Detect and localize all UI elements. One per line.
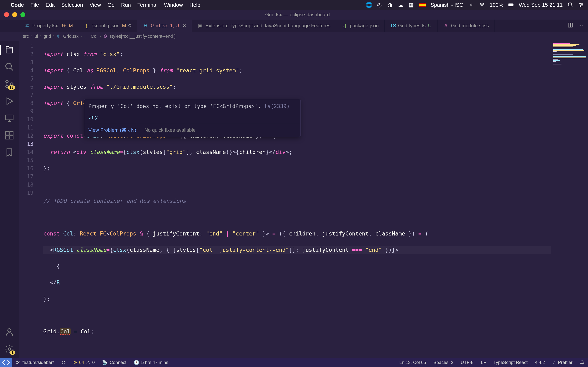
spotlight-icon[interactable] xyxy=(568,2,573,8)
eol[interactable]: LF xyxy=(477,360,490,365)
source-control-icon[interactable]: 13 xyxy=(4,79,14,89)
tray-icon-3[interactable]: ☁ xyxy=(398,2,404,8)
remote-indicator[interactable] xyxy=(0,358,12,367)
wifi-icon[interactable] xyxy=(479,2,485,8)
bluetooth-icon[interactable]: ⌖ xyxy=(468,2,474,8)
svg-point-10 xyxy=(580,6,581,7)
tab-label: Grid.tsx xyxy=(151,23,168,29)
svg-point-28 xyxy=(17,363,17,364)
tab-label: Extension: TypeScript and JavaScript Lan… xyxy=(205,23,330,29)
close-window-button[interactable] xyxy=(4,12,9,17)
ac-globe-icon[interactable]: 🌐 xyxy=(366,2,372,8)
tab-property[interactable]: ⚛ Property.tsx 9+, M xyxy=(19,20,79,32)
window-title: Grid.tsx — eclipse-dashboard xyxy=(265,12,330,17)
svg-point-25 xyxy=(8,329,11,332)
tab-package[interactable]: {} package.json xyxy=(336,20,384,32)
menu-go[interactable]: Go xyxy=(108,2,115,8)
react-file-icon: ⚛ xyxy=(25,23,30,28)
tab-close-button[interactable]: × xyxy=(183,22,186,29)
explorer-icon[interactable] xyxy=(4,45,14,55)
tab-label: package.json xyxy=(350,23,379,29)
menu-run[interactable]: Run xyxy=(121,2,131,8)
ts-file-icon: TS xyxy=(390,23,396,28)
svg-rect-24 xyxy=(10,136,13,139)
menu-window[interactable]: Window xyxy=(164,2,183,8)
battery-icon[interactable] xyxy=(508,2,514,8)
tab-grid-types[interactable]: TS Grid.types.ts U xyxy=(385,20,438,32)
bookmarks-icon[interactable] xyxy=(4,148,14,157)
menu-terminal[interactable]: Terminal xyxy=(138,2,157,8)
remote-explorer-icon[interactable] xyxy=(4,113,14,123)
svg-rect-21 xyxy=(6,132,9,135)
zoom-window-button[interactable] xyxy=(20,12,25,17)
more-actions-icon[interactable]: ⋯ xyxy=(578,23,583,29)
json-file-icon: {} xyxy=(342,23,347,28)
settings-gear-icon[interactable]: 1 xyxy=(4,344,14,354)
indentation[interactable]: Spaces: 2 xyxy=(430,360,457,365)
git-sync[interactable] xyxy=(58,360,70,365)
tray-icon-4[interactable]: ▦ xyxy=(408,2,414,8)
encoding[interactable]: UTF-8 xyxy=(457,360,477,365)
problem-hover-tooltip: Property 'Col' does not exist on type 'F… xyxy=(84,99,301,137)
breadcrumb-item[interactable]: src xyxy=(23,34,29,39)
app-name[interactable]: Code xyxy=(11,2,24,8)
split-editor-icon[interactable] xyxy=(568,22,573,29)
react-file-icon: ⚛ xyxy=(57,34,61,39)
search-icon[interactable] xyxy=(4,62,14,72)
svg-point-26 xyxy=(8,348,11,350)
tab-label: Grid.module.scss xyxy=(451,23,489,29)
breadcrumb-item[interactable]: Col xyxy=(91,34,97,39)
branch-icon xyxy=(16,360,20,365)
tray-icon-1[interactable]: ◎ xyxy=(377,2,382,8)
prettier-indicator[interactable]: ✓ Prettier xyxy=(549,360,576,365)
accounts-icon[interactable] xyxy=(4,327,14,337)
breadcrumb-item[interactable]: Grid.tsx xyxy=(63,34,79,39)
run-debug-icon[interactable] xyxy=(4,96,14,106)
activity-bar: 13 1 xyxy=(0,41,19,358)
minimize-window-button[interactable] xyxy=(12,12,17,17)
svg-rect-23 xyxy=(6,136,9,139)
menu-view[interactable]: View xyxy=(90,2,101,8)
tab-tsconfig[interactable]: {} tsconfig.json M xyxy=(79,20,137,32)
menu-file[interactable]: File xyxy=(30,2,39,8)
git-branch[interactable]: feature/sidebar* xyxy=(12,360,58,365)
breadcrumb-item[interactable]: ui xyxy=(35,34,38,39)
breadcrumb[interactable]: src› ui› grid› ⚛ Grid.tsx› ⬚ Col› ⚙ styl… xyxy=(0,32,588,41)
notifications-icon[interactable] xyxy=(576,360,588,365)
settings-badge: 1 xyxy=(10,350,15,355)
control-center-icon[interactable] xyxy=(578,2,584,8)
broadcast-icon: 📡 xyxy=(102,360,108,365)
react-file-icon: ⚛ xyxy=(143,23,148,28)
minimap[interactable] xyxy=(551,41,588,358)
svg-point-9 xyxy=(581,4,582,6)
battery-percent[interactable]: 100% xyxy=(490,2,503,8)
cursor-position[interactable]: Ln 13, Col 65 xyxy=(396,360,430,365)
hover-error-code: ts(2339) xyxy=(264,103,290,109)
tab-label: Property.tsx xyxy=(32,23,58,29)
problems-indicator[interactable]: ⊗64 ⚠0 xyxy=(70,360,98,365)
tab-extension[interactable]: ▣ Extension: TypeScript and JavaScript L… xyxy=(192,20,336,32)
tab-grid[interactable]: ⚛ Grid.tsx 1, U × xyxy=(137,20,192,32)
tab-label: Grid.types.ts xyxy=(398,23,426,29)
breadcrumb-item[interactable]: grid xyxy=(43,34,51,39)
window-titlebar: Grid.tsx — eclipse-dashboard xyxy=(0,10,588,20)
input-source-label[interactable]: Spanish - ISO xyxy=(431,2,464,8)
menu-help[interactable]: Help xyxy=(190,2,200,8)
breadcrumb-item[interactable]: styles["col__justify-content--end"] xyxy=(110,34,176,39)
language-mode[interactable]: TypeScript React xyxy=(490,360,531,365)
svg-point-27 xyxy=(17,361,17,362)
time-tracker[interactable]: 🕐 5 hrs 47 mins xyxy=(130,360,172,365)
menu-selection[interactable]: Selection xyxy=(61,2,83,8)
ts-version[interactable]: 4.4.2 xyxy=(531,360,549,365)
datetime[interactable]: Wed Sep 15 21:11 xyxy=(519,2,563,8)
tab-grid-scss[interactable]: # Grid.module.scss xyxy=(438,20,495,32)
tray-icon-2[interactable]: ◑ xyxy=(387,2,393,8)
input-source-flag-icon[interactable] xyxy=(419,3,426,7)
extensions-icon[interactable] xyxy=(4,131,14,140)
connect-button[interactable]: 📡 Connect xyxy=(98,360,130,365)
code-editor[interactable]: 12345678910111213141516171819 import cls… xyxy=(19,41,588,358)
menu-edit[interactable]: Edit xyxy=(45,2,55,8)
svg-point-29 xyxy=(19,361,20,362)
code-lines[interactable]: import clsx from "clsx"; import { Col as… xyxy=(19,41,588,367)
view-problem-link[interactable]: View Problem (⌘K N) xyxy=(88,126,136,134)
